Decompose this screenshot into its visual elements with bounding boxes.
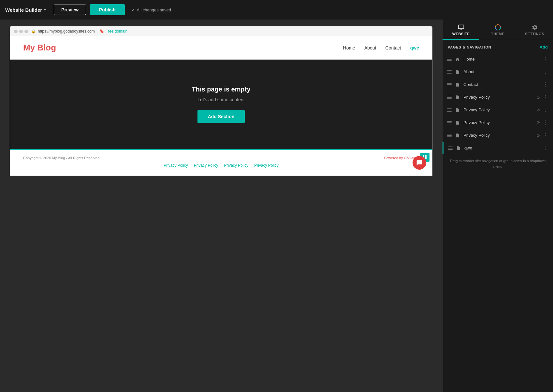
home-icon (455, 57, 460, 62)
nav-item-home-actions: ⋮ (542, 56, 548, 62)
nav-item-qwe-actions: ⋮ (542, 145, 548, 151)
svg-rect-3 (425, 157, 427, 159)
nav-item-privacy-3-more[interactable]: ⋮ (542, 119, 548, 126)
drag-handle-privacy-3[interactable] (447, 121, 452, 124)
tab-website-label: WEBSITE (452, 32, 470, 36)
nav-item-privacy-4-label: Privacy Policy (463, 133, 533, 138)
svg-rect-1 (425, 155, 427, 157)
browser-dot-red (14, 30, 18, 33)
nav-item-about-more[interactable]: ⋮ (542, 69, 548, 75)
empty-page-title: This page is empty (192, 86, 250, 93)
tab-theme[interactable]: TheME (479, 20, 516, 40)
hidden-icon-3: ⊘ (536, 120, 540, 125)
nav-item-privacy-1-label: Privacy Policy (463, 95, 533, 100)
publish-button[interactable]: Publish (90, 4, 125, 15)
add-section-button[interactable]: Add Section (197, 110, 245, 123)
nav-item-contact-more[interactable]: ⋮ (542, 81, 548, 88)
nav-item-about-actions: ⋮ (542, 69, 548, 75)
page-icon-contact (455, 82, 460, 87)
url-text: https://myblog.godaddysites.com (38, 29, 95, 34)
nav-item-privacy-1-actions: ⊘ ⋮ (536, 94, 548, 100)
brand-chevron-icon: ▾ (44, 8, 46, 12)
browser-dot-green (24, 30, 28, 33)
nav-item-privacy-1[interactable]: Privacy Policy ⊘ ⋮ (443, 91, 553, 104)
site-preview: My Blog Home About Contact qwe This page… (10, 36, 432, 176)
hidden-icon-2: ⊘ (536, 107, 540, 112)
saved-status: ✓ All changes saved (131, 7, 171, 12)
chat-button[interactable] (413, 156, 426, 170)
nav-item-privacy-2-label: Privacy Policy (463, 107, 533, 112)
nav-item-privacy-4-actions: ⊘ ⋮ (536, 132, 548, 138)
nav-item-privacy-1-more[interactable]: ⋮ (542, 94, 548, 100)
nav-item-home[interactable]: Home ⋮ (443, 53, 553, 65)
tab-settings-label: SETTINGS (525, 32, 544, 36)
settings-icon (531, 24, 538, 31)
nav-item-privacy-2[interactable]: Privacy Policy ⊘ ⋮ (443, 104, 553, 116)
drag-handle-privacy-2[interactable] (447, 108, 452, 112)
check-icon: ✓ (131, 7, 135, 12)
page-icon-privacy-4 (455, 133, 460, 138)
tab-settings[interactable]: SETTINGS (516, 20, 553, 40)
theme-icon (495, 24, 501, 31)
topbar: Website Builder ▾ Preview Publish ✓ All … (0, 0, 553, 20)
nav-item-qwe-label: qwe (464, 146, 539, 150)
drag-handle-privacy-4[interactable] (447, 134, 452, 137)
page-icon-privacy-2 (455, 107, 460, 113)
free-domain-label: Free domain (106, 29, 127, 34)
svg-rect-4 (458, 25, 464, 29)
nav-item-contact[interactable]: Contact ⋮ (443, 78, 553, 91)
sidebar-tabs: WEBSITE TheME SETTINGS (443, 20, 553, 40)
page-icon-qwe (456, 146, 461, 151)
drag-handle-contact[interactable] (447, 83, 452, 86)
drag-handle-qwe[interactable] (448, 147, 453, 150)
preview-button[interactable]: Preview (54, 5, 86, 15)
nav-item-qwe[interactable]: qwe ⋮ (443, 142, 553, 154)
drag-handle-privacy-1[interactable] (447, 96, 452, 99)
right-sidebar: WEBSITE TheME SETTINGS (442, 20, 553, 392)
site-footer: Copyright © 2020 My Blog - All Rights Re… (10, 149, 432, 175)
saved-label: All changes saved (137, 7, 171, 12)
drag-handle-home[interactable] (447, 58, 452, 61)
brand[interactable]: Website Builder ▾ (5, 7, 46, 13)
browser-chrome: 🔒 https://myblog.godaddysites.com 🔖 Free… (10, 26, 432, 36)
footer-link-1[interactable]: Privacy Policy (164, 163, 188, 168)
nav-item-home-more[interactable]: ⋮ (542, 56, 548, 62)
page-icon-privacy-3 (455, 120, 460, 125)
nav-item-privacy-3-label: Privacy Policy (463, 120, 533, 125)
empty-page-subtitle: Let's add some content (197, 97, 244, 102)
nav-item-contact-label: Contact (463, 82, 539, 87)
site-header: My Blog Home About Contact qwe (10, 36, 432, 60)
lock-icon: 🔒 (31, 29, 36, 34)
pages-nav-title: PAGES & NAVIGATION (448, 45, 491, 49)
page-icon-about (455, 69, 460, 75)
nav-item-about-label: About (463, 69, 539, 74)
site-logo[interactable]: My Blog (23, 43, 56, 53)
brand-label: Website Builder (5, 7, 42, 13)
free-domain-badge: 🔖 Free domain (99, 29, 127, 34)
nav-about[interactable]: About (364, 45, 376, 50)
browser-dot-yellow (19, 30, 23, 33)
footer-link-2[interactable]: Privacy Policy (194, 163, 218, 168)
browser-url: 🔒 https://myblog.godaddysites.com 🔖 Free… (31, 29, 127, 34)
canvas-area: 🔒 https://myblog.godaddysites.com 🔖 Free… (0, 20, 442, 392)
nav-item-privacy-2-actions: ⊘ ⋮ (536, 107, 548, 113)
nav-item-privacy-2-more[interactable]: ⋮ (542, 107, 548, 113)
tab-website[interactable]: WEBSITE (443, 20, 479, 40)
drag-handle-about[interactable] (447, 70, 452, 74)
svg-rect-0 (423, 155, 424, 157)
footer-link-3[interactable]: Privacy Policy (224, 163, 249, 168)
nav-qwe[interactable]: qwe (410, 45, 419, 50)
nav-item-about[interactable]: About ⋮ (443, 65, 553, 78)
nav-item-privacy-4[interactable]: Privacy Policy ⊘ ⋮ (443, 129, 553, 142)
footer-links: Privacy Policy Privacy Policy Privacy Po… (23, 163, 419, 168)
add-page-button[interactable]: Add (540, 45, 548, 49)
footer-link-4[interactable]: Privacy Policy (254, 163, 279, 168)
nav-item-privacy-3[interactable]: Privacy Policy ⊘ ⋮ (443, 116, 553, 129)
page-icon-privacy-1 (455, 95, 460, 100)
nav-item-privacy-4-more[interactable]: ⋮ (542, 132, 548, 138)
nav-item-qwe-more[interactable]: ⋮ (542, 145, 548, 151)
nav-contact[interactable]: Contact (386, 45, 401, 50)
main-layout: 🔒 https://myblog.godaddysites.com 🔖 Free… (0, 20, 553, 392)
site-nav: Home About Contact qwe (343, 45, 419, 50)
nav-home[interactable]: Home (343, 45, 355, 50)
